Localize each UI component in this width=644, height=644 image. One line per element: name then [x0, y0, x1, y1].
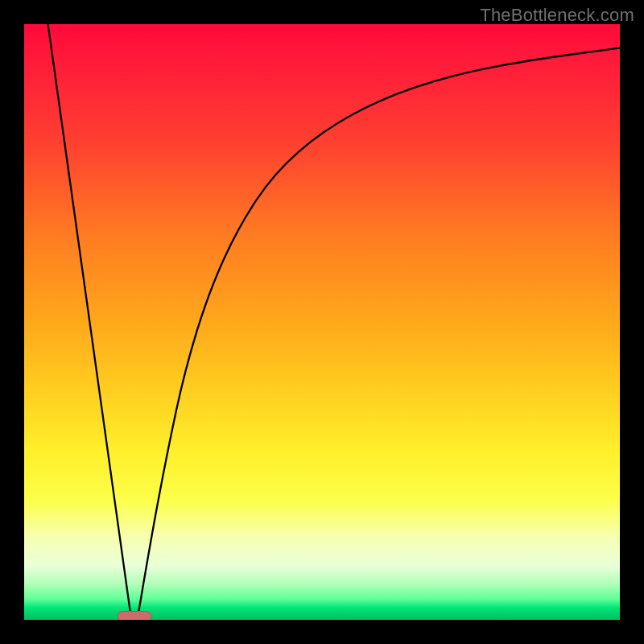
chart-frame: TheBottleneck.com — [0, 0, 644, 644]
left-branch-line — [48, 24, 132, 620]
plot-area — [24, 24, 620, 620]
right-branch-line — [138, 48, 620, 620]
watermark-text: TheBottleneck.com — [480, 5, 634, 26]
optimum-marker — [118, 611, 151, 620]
curve-layer — [24, 24, 620, 620]
